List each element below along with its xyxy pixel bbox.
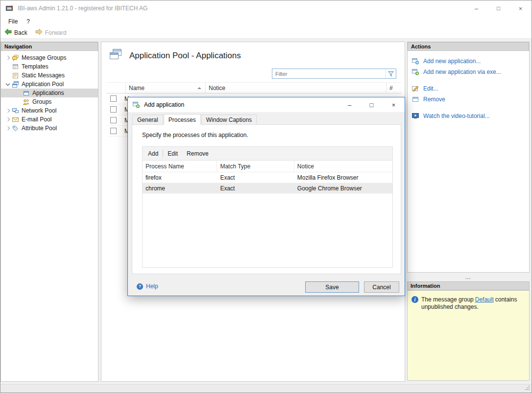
chevron-right-icon[interactable] (4, 124, 12, 133)
title-bar: IBI-aws Admin 1.21.0 - registered for IB… (0, 0, 532, 16)
action-add-new-application[interactable]: Add new application... (411, 56, 529, 67)
column-match-type[interactable]: Match Type (217, 161, 294, 172)
processes-toolbar: Add Edit Remove (143, 147, 392, 161)
action-watch-video-tutorial[interactable]: Watch the video-tutorial... (411, 111, 529, 121)
help-label: Help (146, 283, 158, 290)
chevron-placeholder (4, 71, 12, 80)
tree-item-groups[interactable]: Groups (1, 97, 98, 106)
help-icon: ? (137, 283, 143, 290)
applications-icon (23, 90, 30, 97)
tab-processes[interactable]: Processes (164, 114, 201, 125)
notice-cell: Mozilla Firefox Browser (294, 174, 392, 181)
row-checkbox[interactable] (110, 106, 117, 113)
tree-item-message-groups[interactable]: Message Groups (1, 53, 98, 62)
chevron-right-icon[interactable] (4, 106, 12, 115)
dialog-minimize-icon[interactable]: – (339, 97, 361, 112)
column-name-label: Name (129, 85, 145, 92)
action-remove[interactable]: Remove (411, 94, 529, 105)
save-button[interactable]: Save (305, 281, 359, 293)
back-label: Back (14, 29, 27, 36)
resize-grip-icon[interactable] (525, 385, 530, 392)
groups-icon (23, 98, 30, 106)
navigation-header: Navigation (1, 42, 98, 51)
process-row-chrome[interactable]: chrome Exact Google Chrome Browser (143, 183, 392, 194)
match-type-cell: Exact (217, 174, 294, 181)
tree-item-network-pool[interactable]: Network Pool (1, 106, 98, 115)
email-pool-icon (12, 116, 19, 123)
maximize-icon[interactable]: □ (487, 0, 509, 16)
status-bar (0, 384, 532, 393)
action-add-new-application-via-exe[interactable]: Add new application via exe... (411, 67, 529, 77)
window-title: IBI-aws Admin 1.21.0 - registered for IB… (18, 5, 147, 12)
back-button[interactable]: Back (0, 27, 31, 38)
processes-table-container: Add Edit Remove Process Name Match Type … (142, 146, 393, 268)
tree-item-label: Applications (32, 90, 64, 96)
menu-file[interactable]: File (4, 16, 22, 27)
chevron-placeholder (4, 62, 12, 71)
process-name-cell: chrome (143, 185, 217, 192)
dialog-tab-strip: General Processes Window Captions (132, 114, 257, 124)
column-process-name[interactable]: Process Name (143, 161, 217, 172)
panel-splitter[interactable]: … (407, 273, 530, 281)
process-row-firefox[interactable]: firefox Exact Mozilla Firefox Browser (143, 172, 392, 183)
actions-list: Add new application... Add new applicati… (408, 51, 529, 272)
tab-window-captions[interactable]: Window Captions (201, 115, 257, 124)
tree-item-templates[interactable]: Templates (1, 62, 98, 71)
tree-item-email-pool[interactable]: E-mail Pool (1, 115, 98, 124)
process-add-button[interactable]: Add (144, 150, 163, 157)
tree-item-attribute-pool[interactable]: Attribute Pool (1, 124, 98, 133)
back-arrow-icon (4, 28, 12, 37)
help-link[interactable]: ? Help (137, 283, 158, 290)
column-count-label: # (389, 85, 393, 92)
action-edit[interactable]: Edit... (411, 83, 529, 94)
add-application-dialog-icon (132, 101, 140, 109)
dialog-maximize-icon[interactable]: □ (361, 97, 383, 112)
default-message-group-link[interactable]: Default (475, 296, 494, 303)
column-checkbox[interactable] (106, 83, 126, 93)
menu-bar: File ? (0, 16, 532, 27)
minimize-icon[interactable]: – (465, 0, 487, 16)
tree-item-static-messages[interactable]: Static Messages (1, 71, 98, 80)
application-pool-icon (12, 81, 19, 88)
chevron-right-icon[interactable] (4, 115, 12, 124)
tree-item-label: Message Groups (22, 54, 66, 61)
process-remove-button[interactable]: Remove (182, 150, 213, 157)
tree-item-application-pool[interactable]: Application Pool (1, 80, 98, 89)
information-panel: Information i The message groupDefaultco… (407, 281, 530, 381)
tree-item-label: Groups (32, 98, 51, 105)
actions-panel: Actions Add new application... Add new a… (407, 42, 530, 273)
edit-icon (411, 85, 419, 92)
dialog-window-controls: – □ × (339, 97, 405, 112)
column-process-notice[interactable]: Notice (294, 163, 392, 170)
column-count[interactable]: # (387, 83, 402, 93)
navigation-tree: Message Groups Templates Static Messages… (1, 51, 98, 381)
tree-item-label: E-mail Pool (22, 116, 51, 123)
row-checkbox[interactable] (110, 128, 117, 134)
navigation-panel: Navigation Message Groups Templates Stat… (0, 42, 98, 382)
row-checkbox[interactable] (110, 117, 117, 123)
processes-table-header: Process Name Match Type Notice (143, 161, 392, 172)
information-header: Information (407, 281, 530, 290)
row-checkbox[interactable] (110, 95, 117, 102)
column-name[interactable]: Name (126, 83, 206, 93)
forward-button[interactable]: Forward (31, 27, 71, 38)
dialog-close-icon[interactable]: × (383, 97, 405, 112)
app-window: IBI-aws Admin 1.21.0 - registered for IB… (0, 0, 532, 393)
processes-tab-page: Specify the processes of this applicatio… (132, 124, 401, 274)
tree-item-applications[interactable]: Applications (1, 89, 98, 97)
close-icon[interactable]: × (509, 0, 532, 16)
tab-general[interactable]: General (132, 115, 163, 124)
remove-icon (411, 95, 419, 103)
chevron-down-icon[interactable] (4, 80, 12, 89)
info-icon: i (411, 296, 418, 303)
process-edit-button[interactable]: Edit (163, 150, 182, 157)
filter-input[interactable] (272, 71, 385, 77)
filter-funnel-icon[interactable] (385, 69, 396, 78)
chevron-right-icon[interactable] (4, 53, 12, 62)
column-notice[interactable]: Notice (206, 83, 387, 93)
splitter-dots-icon: … (465, 274, 472, 280)
tree-item-label: Network Pool (22, 107, 56, 114)
menu-help[interactable]: ? (22, 16, 34, 27)
dialog-title-bar: Add application – □ × (128, 97, 405, 112)
cancel-button[interactable]: Cancel (364, 281, 399, 293)
